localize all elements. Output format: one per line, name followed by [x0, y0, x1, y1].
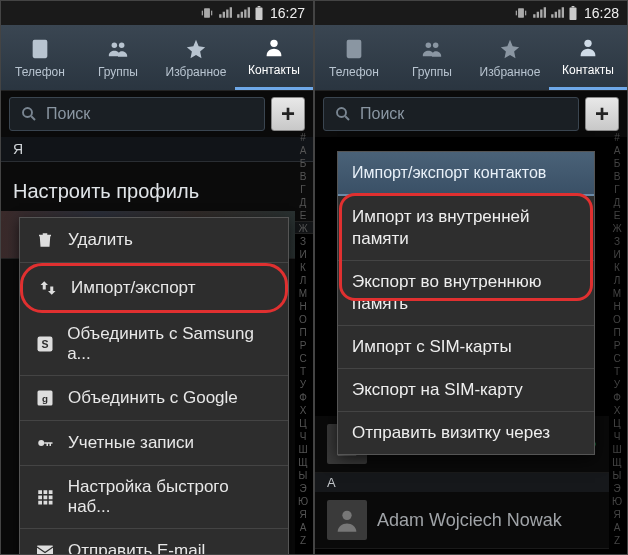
tab-contacts[interactable]: Контакты	[235, 25, 313, 90]
contact-name: Adam Wojciech Nowak	[377, 510, 562, 531]
star-icon	[498, 37, 522, 61]
dialog-item-send-vcard[interactable]: Отправить визитку через	[338, 412, 594, 454]
contact-row[interactable]: Adam Wojciech Nowak	[315, 492, 609, 549]
menu-item-merge-google[interactable]: g Объединить с Google	[20, 376, 288, 421]
menu-item-import-export[interactable]: Импорт/экспорт	[20, 263, 288, 313]
trash-icon	[34, 229, 56, 251]
svg-rect-23	[37, 545, 53, 555]
tab-label: Телефон	[329, 65, 379, 79]
dialog-item-export-sim[interactable]: Экспорт на SIM-карту	[338, 369, 594, 412]
status-icons	[514, 6, 578, 20]
status-time: 16:28	[584, 5, 619, 21]
svg-text:g: g	[42, 393, 48, 404]
svg-rect-2	[211, 11, 212, 16]
menu-label: Отправить E-mail	[68, 541, 205, 555]
svg-point-29	[426, 42, 432, 48]
svg-point-30	[433, 42, 439, 48]
svg-rect-0	[204, 8, 210, 17]
tab-label: Группы	[98, 65, 138, 79]
dialog-item-import-sim[interactable]: Импорт с SIM-карты	[338, 326, 594, 369]
groups-icon	[420, 37, 444, 61]
search-input[interactable]: Поиск	[9, 97, 265, 131]
samsung-icon: S	[34, 333, 55, 355]
svg-rect-1	[202, 11, 203, 16]
svg-point-7	[270, 40, 277, 47]
tab-phone[interactable]: Телефон	[1, 25, 79, 90]
search-icon	[20, 105, 38, 123]
menu-item-send-email[interactable]: Отправить E-mail	[20, 529, 288, 555]
svg-point-31	[584, 40, 591, 47]
options-menu: Удалить Импорт/экспорт S Объединить с Sa…	[19, 217, 289, 555]
menu-label: Удалить	[68, 230, 133, 250]
svg-rect-17	[38, 496, 42, 500]
tab-label: Избранное	[480, 65, 541, 79]
google-icon: g	[34, 387, 56, 409]
phone-screen-left: 16:27 Телефон Группы Избранное Контакты	[0, 0, 314, 555]
dialog-title: Импорт/экспорт контактов	[338, 152, 594, 196]
search-placeholder: Поиск	[46, 105, 90, 123]
dialog-item-export-internal[interactable]: Экспорт во внутреннюю память	[338, 261, 594, 326]
star-icon	[184, 37, 208, 61]
menu-item-merge-samsung[interactable]: S Объединить с Samsung a...	[20, 313, 288, 376]
tab-favorites[interactable]: Избранное	[157, 25, 235, 90]
svg-point-35	[342, 511, 351, 520]
alpha-index-scroll[interactable]: #АБВГДЕЖЗИКЛМНОПРСТУФХЦЧШЩЫЭЮЯAZ	[609, 131, 625, 550]
search-input[interactable]: Поиск	[323, 97, 579, 131]
battery-icon	[254, 6, 264, 20]
status-time: 16:27	[270, 5, 305, 21]
contact-icon	[576, 35, 600, 59]
menu-label: Объединить с Samsung a...	[67, 324, 274, 364]
dialog-item-import-internal[interactable]: Импорт из внутренней памяти	[338, 196, 594, 261]
tab-phone[interactable]: Телефон	[315, 25, 393, 90]
menu-item-speed-dial[interactable]: Настройка быстрого наб...	[20, 466, 288, 529]
svg-rect-22	[49, 501, 53, 505]
svg-rect-28	[572, 6, 575, 7]
battery-icon	[568, 6, 578, 20]
search-row: Поиск +	[1, 91, 313, 137]
signal-icon-2	[550, 6, 564, 20]
svg-rect-25	[516, 11, 517, 16]
section-header-self: Я	[1, 137, 313, 162]
signal-icon	[532, 6, 546, 20]
menu-item-accounts[interactable]: Учетные записи	[20, 421, 288, 466]
plus-icon: +	[595, 100, 609, 128]
svg-rect-20	[38, 501, 42, 505]
tab-contacts[interactable]: Контакты	[549, 25, 627, 90]
key-icon	[34, 432, 56, 454]
contact-icon	[262, 35, 286, 59]
status-bar: 16:28	[315, 1, 627, 25]
groups-icon	[106, 37, 130, 61]
add-contact-button[interactable]: +	[585, 97, 619, 131]
import-export-dialog: Импорт/экспорт контактов Импорт из внутр…	[337, 151, 595, 455]
svg-rect-4	[258, 6, 261, 7]
svg-rect-3	[255, 7, 262, 20]
tab-label: Контакты	[248, 63, 300, 77]
status-icons	[200, 6, 264, 20]
vibrate-icon	[200, 6, 214, 20]
import-export-icon	[37, 277, 59, 299]
svg-rect-24	[518, 8, 524, 17]
tab-label: Избранное	[166, 65, 227, 79]
plus-icon: +	[281, 100, 295, 128]
signal-icon	[218, 6, 232, 20]
search-placeholder: Поиск	[360, 105, 404, 123]
svg-point-8	[23, 108, 32, 117]
tab-groups[interactable]: Группы	[393, 25, 471, 90]
tab-groups[interactable]: Группы	[79, 25, 157, 90]
svg-rect-14	[38, 490, 42, 494]
svg-rect-15	[43, 490, 47, 494]
tab-favorites[interactable]: Избранное	[471, 25, 549, 90]
menu-label: Настройка быстрого наб...	[68, 477, 274, 517]
tab-label: Группы	[412, 65, 452, 79]
add-contact-button[interactable]: +	[271, 97, 305, 131]
search-row: Поиск +	[315, 91, 627, 137]
svg-point-5	[112, 42, 118, 48]
phone-icon	[342, 37, 366, 61]
tab-bar: Телефон Группы Избранное Контакты	[315, 25, 627, 91]
svg-rect-19	[49, 496, 53, 500]
menu-item-delete[interactable]: Удалить	[20, 218, 288, 263]
avatar	[327, 500, 367, 540]
dialpad-icon	[34, 486, 56, 508]
status-bar: 16:27	[1, 1, 313, 25]
phone-icon	[28, 37, 52, 61]
